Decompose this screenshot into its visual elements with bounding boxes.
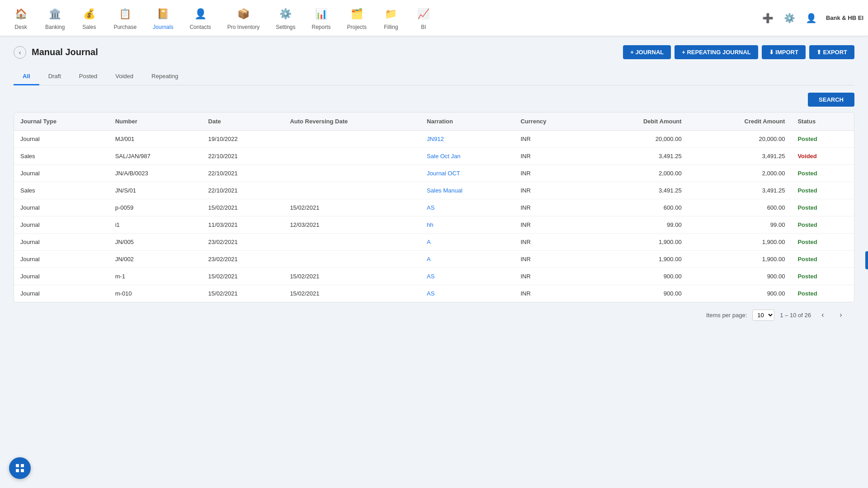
settings-icon[interactable]: ⚙️: [783, 11, 797, 25]
items-per-page-select[interactable]: 10 25 50: [752, 310, 774, 321]
col-header-journal-type: Journal Type: [14, 113, 109, 131]
pagination-next-button[interactable]: ›: [835, 309, 847, 321]
col-header-credit-amount: Credit Amount: [688, 113, 792, 131]
cell-status: Voided: [791, 148, 854, 165]
nav-item-contacts[interactable]: 👤 Contacts: [181, 2, 219, 34]
cell-narration[interactable]: JN912: [420, 131, 514, 148]
cell-debit-amount: 20,000.00: [589, 131, 688, 148]
top-navigation: 🏠 Desk 🏛️ Banking 💰 Sales 📋 Purchase 📔 J…: [0, 0, 868, 36]
page-title: Manual Journal: [32, 47, 98, 57]
cell-debit-amount: 99.00: [589, 216, 688, 234]
cell-currency: INR: [514, 251, 589, 268]
journal-button[interactable]: + JOURNAL: [623, 45, 671, 59]
nav-label-journals: Journals: [153, 24, 173, 30]
cell-narration[interactable]: AS: [420, 268, 514, 285]
narration-link[interactable]: AS: [427, 290, 434, 297]
cell-credit-amount: 1,900.00: [688, 251, 792, 268]
tabs: AllDraftPostedVoidedRepeating: [14, 68, 854, 85]
cell-number: m-1: [109, 268, 202, 285]
cell-date: 11/03/2021: [202, 216, 284, 234]
cell-narration[interactable]: Sales Manual: [420, 182, 514, 199]
table-body: Journal MJ/001 19/10/2022 JN912 INR 20,0…: [14, 131, 854, 302]
tab-posted[interactable]: Posted: [70, 68, 106, 85]
nav-item-filling[interactable]: 📁 Filling: [375, 2, 407, 34]
cell-date: 22/10/2021: [202, 182, 284, 199]
nav-item-journals[interactable]: 📔 Journals: [145, 2, 181, 34]
col-header-status: Status: [791, 113, 854, 131]
export-button[interactable]: ⬆ EXPORT: [809, 45, 854, 59]
cell-credit-amount: 99.00: [688, 216, 792, 234]
cell-status: Posted: [791, 268, 854, 285]
cell-auto-reversing-date: [283, 234, 420, 251]
narration-link[interactable]: AS: [427, 204, 434, 211]
narration-link[interactable]: A: [427, 256, 431, 263]
nav-label-filling: Filling: [384, 24, 398, 30]
tab-repeating[interactable]: Repeating: [142, 68, 187, 85]
cell-currency: INR: [514, 182, 589, 199]
tab-draft[interactable]: Draft: [39, 68, 70, 85]
purchase-icon: 📋: [117, 6, 133, 22]
nav-item-pro-inventory[interactable]: 📦 Pro Inventory: [219, 2, 268, 34]
nav-item-purchase[interactable]: 📋 Purchase: [105, 2, 145, 34]
reports-icon: 📊: [313, 6, 330, 22]
narration-link[interactable]: Journal OCT: [427, 170, 460, 177]
cell-currency: INR: [514, 234, 589, 251]
search-button[interactable]: SEARCH: [808, 93, 854, 107]
cell-credit-amount: 1,900.00: [688, 234, 792, 251]
tab-all[interactable]: All: [14, 68, 39, 85]
narration-link[interactable]: Sale Oct Jan: [427, 153, 460, 160]
cell-number: SAL/JAN/987: [109, 148, 202, 165]
cell-journal-type: Journal: [14, 285, 109, 302]
nav-item-projects[interactable]: 🗂️ Projects: [339, 2, 375, 34]
cell-narration[interactable]: Journal OCT: [420, 165, 514, 182]
cell-date: 22/10/2021: [202, 148, 284, 165]
narration-link[interactable]: Sales Manual: [427, 187, 462, 194]
narration-link[interactable]: AS: [427, 273, 434, 280]
cell-narration[interactable]: A: [420, 234, 514, 251]
col-header-debit-amount: Debit Amount: [589, 113, 688, 131]
col-header-auto-reversing-date: Auto Reversing Date: [283, 113, 420, 131]
narration-link[interactable]: JN912: [427, 136, 444, 142]
cell-auto-reversing-date: 12/03/2021: [283, 216, 420, 234]
cell-status: Posted: [791, 251, 854, 268]
options-tab[interactable]: OPTIONS: [865, 251, 868, 269]
cell-status: Posted: [791, 285, 854, 302]
import-button[interactable]: ⬇ IMPORT: [762, 45, 806, 59]
nav-label-purchase: Purchase: [113, 24, 137, 30]
cell-number: JN/A/B/0023: [109, 165, 202, 182]
journals-icon: 📔: [155, 6, 171, 22]
cell-number: JN/002: [109, 251, 202, 268]
contacts-icon: 👤: [192, 6, 208, 22]
org-name[interactable]: Bank & HB El: [826, 14, 863, 21]
nav-item-reports[interactable]: 📊 Reports: [304, 2, 339, 34]
add-icon[interactable]: ➕: [761, 11, 775, 25]
user-icon[interactable]: 👤: [804, 11, 819, 25]
repeating-journal-button[interactable]: + REPEATING JOURNAL: [675, 45, 758, 59]
cell-date: 15/02/2021: [202, 268, 284, 285]
narration-link[interactable]: A: [427, 239, 431, 245]
tab-voided[interactable]: Voided: [106, 68, 142, 85]
nav-item-bi[interactable]: 📈 BI: [407, 2, 440, 34]
cell-narration[interactable]: A: [420, 251, 514, 268]
col-header-currency: Currency: [514, 113, 589, 131]
cell-narration[interactable]: Sale Oct Jan: [420, 148, 514, 165]
nav-item-settings[interactable]: ⚙️ Settings: [268, 2, 303, 34]
cell-narration[interactable]: AS: [420, 285, 514, 302]
back-button[interactable]: ‹: [14, 46, 26, 59]
cell-journal-type: Journal: [14, 234, 109, 251]
cell-narration[interactable]: hh: [420, 216, 514, 234]
cell-date: 19/10/2022: [202, 131, 284, 148]
cell-status: Posted: [791, 131, 854, 148]
nav-item-sales[interactable]: 💰 Sales: [73, 2, 105, 34]
cell-auto-reversing-date: 15/02/2021: [283, 199, 420, 216]
cell-narration[interactable]: AS: [420, 199, 514, 216]
cell-currency: INR: [514, 285, 589, 302]
pagination-prev-button[interactable]: ‹: [816, 309, 829, 321]
nav-item-desk[interactable]: 🏠 Desk: [5, 2, 37, 34]
cell-date: 23/02/2021: [202, 234, 284, 251]
items-per-page-label: Items per page:: [706, 312, 747, 319]
cell-status: Posted: [791, 182, 854, 199]
narration-link[interactable]: hh: [427, 221, 433, 228]
nav-item-banking[interactable]: 🏛️ Banking: [37, 2, 73, 34]
cell-date: 22/10/2021: [202, 165, 284, 182]
